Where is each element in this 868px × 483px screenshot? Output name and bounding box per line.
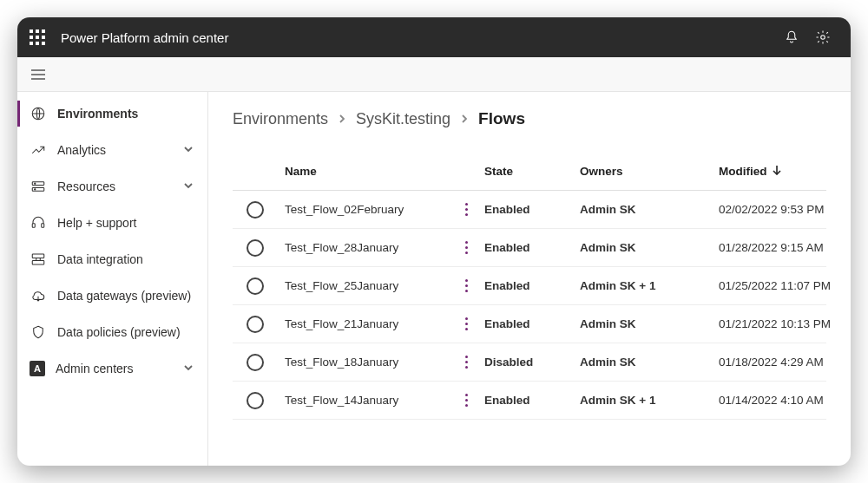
resources-icon: [30, 178, 47, 195]
notifications-icon[interactable]: [776, 22, 807, 53]
admin-box-icon: A: [30, 361, 45, 376]
row-more-actions-icon[interactable]: [458, 199, 474, 220]
row-select-radio[interactable]: [247, 277, 264, 295]
cell-name[interactable]: Test_Flow_14January: [279, 390, 453, 410]
sidebar-item-label: Resources: [57, 179, 183, 193]
svg-rect-9: [32, 224, 35, 228]
cell-owners: Admin SK + 1: [575, 390, 713, 410]
table-row[interactable]: Test_Flow_14JanuaryEnabledAdmin SK + 101…: [233, 382, 826, 420]
sidebar-item-label: Environments: [57, 107, 197, 121]
row-select-radio[interactable]: [247, 239, 264, 257]
row-more-actions-icon[interactable]: [458, 276, 474, 297]
table-row[interactable]: Test_Flow_25JanuaryEnabledAdmin SK + 101…: [233, 267, 826, 305]
cell-modified: 01/18/2022 4:29 AM: [713, 352, 851, 372]
chevron-right-icon: [337, 110, 347, 128]
breadcrumb-item[interactable]: SysKit.testing: [356, 110, 450, 128]
globe-icon: [30, 105, 47, 122]
sidebar-item-admin-centers[interactable]: AAdmin centers: [17, 350, 207, 387]
breadcrumb: EnvironmentsSysKit.testingFlows: [233, 109, 826, 128]
shield-icon: [30, 323, 47, 341]
svg-point-8: [35, 189, 36, 190]
app-title: Power Platform admin center: [61, 30, 228, 45]
sidebar-item-label: Analytics: [57, 143, 183, 157]
col-owners[interactable]: Owners: [575, 161, 713, 181]
row-select-radio[interactable]: [247, 354, 264, 371]
cell-owners: Admin SK: [575, 199, 713, 219]
cell-owners: Admin SK: [575, 238, 713, 258]
row-more-actions-icon[interactable]: [458, 390, 474, 411]
svg-rect-10: [42, 224, 44, 228]
table-header-row: Name State Owners Modified: [233, 153, 826, 191]
row-select-radio[interactable]: [247, 201, 264, 219]
svg-rect-11: [32, 254, 44, 258]
cell-name[interactable]: Test_Flow_18January: [279, 352, 453, 372]
table-row[interactable]: Test_Flow_28JanuaryEnabledAdmin SK01/28/…: [233, 229, 826, 267]
sidebar-item-label: Data integration: [57, 252, 197, 266]
cell-modified: 02/02/2022 9:53 PM: [713, 199, 851, 219]
row-more-actions-icon[interactable]: [458, 352, 474, 373]
sidebar-item-environments[interactable]: Environments: [17, 95, 207, 132]
cell-state: Enabled: [479, 390, 575, 410]
breadcrumb-item[interactable]: Environments: [233, 110, 328, 128]
flows-table: Name State Owners Modified Test_Flow_02F…: [233, 153, 826, 420]
app-launcher-icon[interactable]: [30, 29, 45, 45]
cell-owners: Admin SK + 1: [575, 276, 713, 296]
breadcrumb-item: Flows: [478, 109, 525, 128]
sidebar-item-label: Data gateways (preview): [57, 289, 197, 303]
cloud-icon: [30, 287, 47, 304]
settings-gear-icon[interactable]: [807, 22, 838, 53]
col-state[interactable]: State: [479, 161, 575, 181]
col-modified-label: Modified: [719, 165, 767, 178]
headset-icon: [30, 214, 47, 232]
sidebar-item-label: Data policies (preview): [57, 325, 197, 339]
sidebar-item-data-policies-preview[interactable]: Data policies (preview): [17, 314, 207, 350]
cell-modified: 01/21/2022 10:13 PM: [713, 314, 851, 334]
chevron-down-icon: [183, 143, 197, 157]
cell-name[interactable]: Test_Flow_28January: [279, 238, 453, 258]
cell-state: Enabled: [479, 314, 575, 334]
cell-state: Disabled: [479, 352, 575, 372]
sidebar-item-label: Admin centers: [56, 362, 183, 375]
cell-owners: Admin SK: [575, 352, 713, 372]
table-row[interactable]: Test_Flow_02FebruaryEnabledAdmin SK02/02…: [233, 191, 826, 229]
cell-name[interactable]: Test_Flow_25January: [279, 276, 453, 296]
analytics-icon: [30, 141, 47, 159]
chevron-down-icon: [183, 362, 197, 375]
sort-descending-icon: [773, 165, 781, 178]
chevron-down-icon: [183, 179, 197, 193]
table-row[interactable]: Test_Flow_21JanuaryEnabledAdmin SK01/21/…: [233, 305, 826, 343]
cell-name[interactable]: Test_Flow_21January: [279, 314, 453, 334]
table-row[interactable]: Test_Flow_18JanuaryDisabledAdmin SK01/18…: [233, 343, 826, 382]
hamburger-menu-icon[interactable]: [26, 62, 50, 87]
row-more-actions-icon[interactable]: [458, 238, 474, 258]
col-name[interactable]: Name: [279, 161, 453, 181]
svg-point-7: [35, 183, 36, 184]
main-content: EnvironmentsSysKit.testingFlows Name Sta…: [208, 92, 851, 466]
chevron-right-icon: [459, 110, 470, 128]
sub-bar: [17, 57, 851, 92]
cell-modified: 01/28/2022 9:15 AM: [713, 238, 851, 258]
sidebar-item-resources[interactable]: Resources: [17, 168, 207, 205]
cell-name[interactable]: Test_Flow_02February: [279, 199, 453, 219]
cell-state: Enabled: [479, 276, 575, 296]
sidebar-item-data-integration[interactable]: Data integration: [17, 241, 207, 277]
cell-state: Enabled: [479, 238, 575, 258]
cell-modified: 01/25/2022 11:07 PM: [713, 276, 851, 296]
sidebar: EnvironmentsAnalyticsResourcesHelp + sup…: [17, 92, 208, 466]
sidebar-item-label: Help + support: [57, 216, 197, 230]
cell-owners: Admin SK: [575, 314, 713, 334]
data-int-icon: [30, 251, 47, 268]
row-more-actions-icon[interactable]: [458, 314, 474, 335]
cell-modified: 01/14/2022 4:10 AM: [713, 390, 851, 410]
sidebar-item-data-gateways-preview[interactable]: Data gateways (preview): [17, 277, 207, 314]
sidebar-item-analytics[interactable]: Analytics: [17, 132, 207, 168]
svg-point-0: [821, 36, 825, 40]
row-select-radio[interactable]: [247, 316, 264, 333]
col-modified[interactable]: Modified: [713, 161, 851, 181]
top-bar: Power Platform admin center: [17, 17, 851, 57]
cell-state: Enabled: [479, 199, 575, 219]
sidebar-item-help-support[interactable]: Help + support: [17, 205, 207, 241]
svg-rect-12: [32, 261, 44, 265]
row-select-radio[interactable]: [247, 392, 264, 409]
